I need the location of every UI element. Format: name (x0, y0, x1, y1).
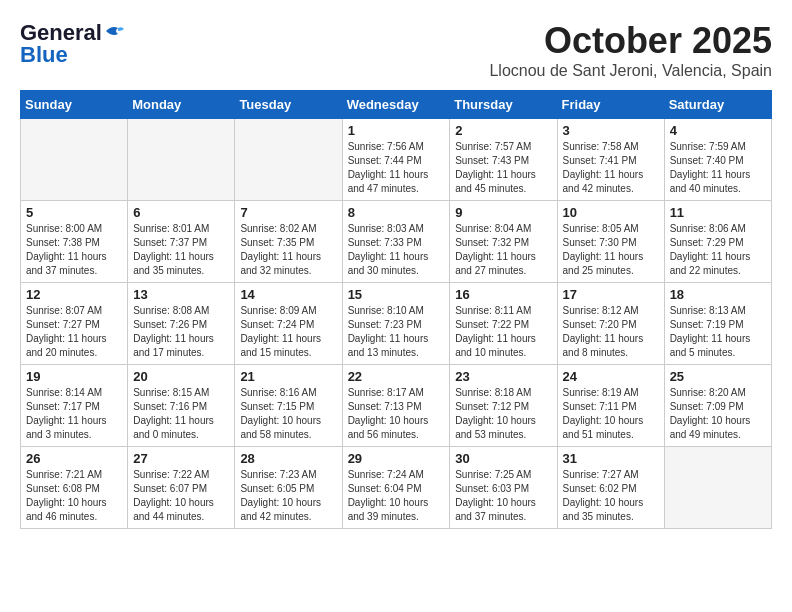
day-number: 18 (670, 287, 766, 302)
calendar-header: General Blue October 2025 Llocnou de San… (20, 20, 772, 80)
calendar-cell: 29Sunrise: 7:24 AM Sunset: 6:04 PM Dayli… (342, 447, 450, 529)
day-info: Sunrise: 7:24 AM Sunset: 6:04 PM Dayligh… (348, 468, 445, 524)
logo: General Blue (20, 20, 126, 68)
calendar-cell: 3Sunrise: 7:58 AM Sunset: 7:41 PM Daylig… (557, 119, 664, 201)
day-info: Sunrise: 8:13 AM Sunset: 7:19 PM Dayligh… (670, 304, 766, 360)
day-number: 19 (26, 369, 122, 384)
calendar-cell (664, 447, 771, 529)
day-number: 8 (348, 205, 445, 220)
weekday-header-row: SundayMondayTuesdayWednesdayThursdayFrid… (21, 91, 772, 119)
day-info: Sunrise: 8:07 AM Sunset: 7:27 PM Dayligh… (26, 304, 122, 360)
day-number: 15 (348, 287, 445, 302)
day-info: Sunrise: 7:27 AM Sunset: 6:02 PM Dayligh… (563, 468, 659, 524)
day-number: 23 (455, 369, 551, 384)
day-info: Sunrise: 8:11 AM Sunset: 7:22 PM Dayligh… (455, 304, 551, 360)
week-row-3: 12Sunrise: 8:07 AM Sunset: 7:27 PM Dayli… (21, 283, 772, 365)
day-info: Sunrise: 8:00 AM Sunset: 7:38 PM Dayligh… (26, 222, 122, 278)
day-info: Sunrise: 8:01 AM Sunset: 7:37 PM Dayligh… (133, 222, 229, 278)
calendar-cell: 8Sunrise: 8:03 AM Sunset: 7:33 PM Daylig… (342, 201, 450, 283)
calendar-cell: 18Sunrise: 8:13 AM Sunset: 7:19 PM Dayli… (664, 283, 771, 365)
calendar-cell: 19Sunrise: 8:14 AM Sunset: 7:17 PM Dayli… (21, 365, 128, 447)
logo-bird-icon (104, 23, 126, 39)
day-number: 9 (455, 205, 551, 220)
day-info: Sunrise: 8:02 AM Sunset: 7:35 PM Dayligh… (240, 222, 336, 278)
calendar-cell: 15Sunrise: 8:10 AM Sunset: 7:23 PM Dayli… (342, 283, 450, 365)
title-section: October 2025 Llocnou de Sant Jeroni, Val… (489, 20, 772, 80)
week-row-2: 5Sunrise: 8:00 AM Sunset: 7:38 PM Daylig… (21, 201, 772, 283)
weekday-header-monday: Monday (128, 91, 235, 119)
day-info: Sunrise: 8:15 AM Sunset: 7:16 PM Dayligh… (133, 386, 229, 442)
day-number: 4 (670, 123, 766, 138)
day-number: 20 (133, 369, 229, 384)
day-info: Sunrise: 8:09 AM Sunset: 7:24 PM Dayligh… (240, 304, 336, 360)
weekday-header-tuesday: Tuesday (235, 91, 342, 119)
day-number: 7 (240, 205, 336, 220)
week-row-5: 26Sunrise: 7:21 AM Sunset: 6:08 PM Dayli… (21, 447, 772, 529)
calendar-cell: 24Sunrise: 8:19 AM Sunset: 7:11 PM Dayli… (557, 365, 664, 447)
weekday-header-wednesday: Wednesday (342, 91, 450, 119)
calendar-cell: 23Sunrise: 8:18 AM Sunset: 7:12 PM Dayli… (450, 365, 557, 447)
day-number: 1 (348, 123, 445, 138)
day-info: Sunrise: 7:56 AM Sunset: 7:44 PM Dayligh… (348, 140, 445, 196)
day-number: 21 (240, 369, 336, 384)
calendar-cell: 5Sunrise: 8:00 AM Sunset: 7:38 PM Daylig… (21, 201, 128, 283)
calendar-cell: 21Sunrise: 8:16 AM Sunset: 7:15 PM Dayli… (235, 365, 342, 447)
day-info: Sunrise: 7:58 AM Sunset: 7:41 PM Dayligh… (563, 140, 659, 196)
day-number: 25 (670, 369, 766, 384)
calendar-cell (21, 119, 128, 201)
day-info: Sunrise: 8:17 AM Sunset: 7:13 PM Dayligh… (348, 386, 445, 442)
day-number: 11 (670, 205, 766, 220)
day-info: Sunrise: 7:57 AM Sunset: 7:43 PM Dayligh… (455, 140, 551, 196)
day-number: 28 (240, 451, 336, 466)
calendar-cell: 2Sunrise: 7:57 AM Sunset: 7:43 PM Daylig… (450, 119, 557, 201)
calendar-cell (235, 119, 342, 201)
logo-blue: Blue (20, 42, 68, 68)
day-number: 29 (348, 451, 445, 466)
day-info: Sunrise: 8:12 AM Sunset: 7:20 PM Dayligh… (563, 304, 659, 360)
day-info: Sunrise: 7:22 AM Sunset: 6:07 PM Dayligh… (133, 468, 229, 524)
calendar-cell: 1Sunrise: 7:56 AM Sunset: 7:44 PM Daylig… (342, 119, 450, 201)
day-number: 2 (455, 123, 551, 138)
day-number: 26 (26, 451, 122, 466)
day-number: 31 (563, 451, 659, 466)
day-info: Sunrise: 8:19 AM Sunset: 7:11 PM Dayligh… (563, 386, 659, 442)
day-number: 13 (133, 287, 229, 302)
day-info: Sunrise: 8:05 AM Sunset: 7:30 PM Dayligh… (563, 222, 659, 278)
calendar-subtitle: Llocnou de Sant Jeroni, Valencia, Spain (489, 62, 772, 80)
calendar-cell: 9Sunrise: 8:04 AM Sunset: 7:32 PM Daylig… (450, 201, 557, 283)
day-number: 24 (563, 369, 659, 384)
calendar-cell: 16Sunrise: 8:11 AM Sunset: 7:22 PM Dayli… (450, 283, 557, 365)
day-info: Sunrise: 7:21 AM Sunset: 6:08 PM Dayligh… (26, 468, 122, 524)
calendar-cell: 20Sunrise: 8:15 AM Sunset: 7:16 PM Dayli… (128, 365, 235, 447)
calendar-cell: 25Sunrise: 8:20 AM Sunset: 7:09 PM Dayli… (664, 365, 771, 447)
calendar-cell: 28Sunrise: 7:23 AM Sunset: 6:05 PM Dayli… (235, 447, 342, 529)
day-number: 16 (455, 287, 551, 302)
calendar-cell: 6Sunrise: 8:01 AM Sunset: 7:37 PM Daylig… (128, 201, 235, 283)
day-number: 12 (26, 287, 122, 302)
calendar-cell: 30Sunrise: 7:25 AM Sunset: 6:03 PM Dayli… (450, 447, 557, 529)
week-row-1: 1Sunrise: 7:56 AM Sunset: 7:44 PM Daylig… (21, 119, 772, 201)
calendar-cell: 31Sunrise: 7:27 AM Sunset: 6:02 PM Dayli… (557, 447, 664, 529)
day-info: Sunrise: 7:23 AM Sunset: 6:05 PM Dayligh… (240, 468, 336, 524)
calendar-cell: 13Sunrise: 8:08 AM Sunset: 7:26 PM Dayli… (128, 283, 235, 365)
calendar-cell: 10Sunrise: 8:05 AM Sunset: 7:30 PM Dayli… (557, 201, 664, 283)
calendar-cell: 26Sunrise: 7:21 AM Sunset: 6:08 PM Dayli… (21, 447, 128, 529)
weekday-header-thursday: Thursday (450, 91, 557, 119)
day-info: Sunrise: 8:18 AM Sunset: 7:12 PM Dayligh… (455, 386, 551, 442)
day-info: Sunrise: 8:14 AM Sunset: 7:17 PM Dayligh… (26, 386, 122, 442)
day-number: 5 (26, 205, 122, 220)
day-number: 10 (563, 205, 659, 220)
day-number: 6 (133, 205, 229, 220)
weekday-header-friday: Friday (557, 91, 664, 119)
day-info: Sunrise: 8:20 AM Sunset: 7:09 PM Dayligh… (670, 386, 766, 442)
week-row-4: 19Sunrise: 8:14 AM Sunset: 7:17 PM Dayli… (21, 365, 772, 447)
weekday-header-sunday: Sunday (21, 91, 128, 119)
calendar-cell (128, 119, 235, 201)
day-info: Sunrise: 8:03 AM Sunset: 7:33 PM Dayligh… (348, 222, 445, 278)
calendar-cell: 7Sunrise: 8:02 AM Sunset: 7:35 PM Daylig… (235, 201, 342, 283)
day-number: 22 (348, 369, 445, 384)
day-number: 27 (133, 451, 229, 466)
day-info: Sunrise: 8:16 AM Sunset: 7:15 PM Dayligh… (240, 386, 336, 442)
calendar-cell: 22Sunrise: 8:17 AM Sunset: 7:13 PM Dayli… (342, 365, 450, 447)
calendar-title: October 2025 (489, 20, 772, 62)
